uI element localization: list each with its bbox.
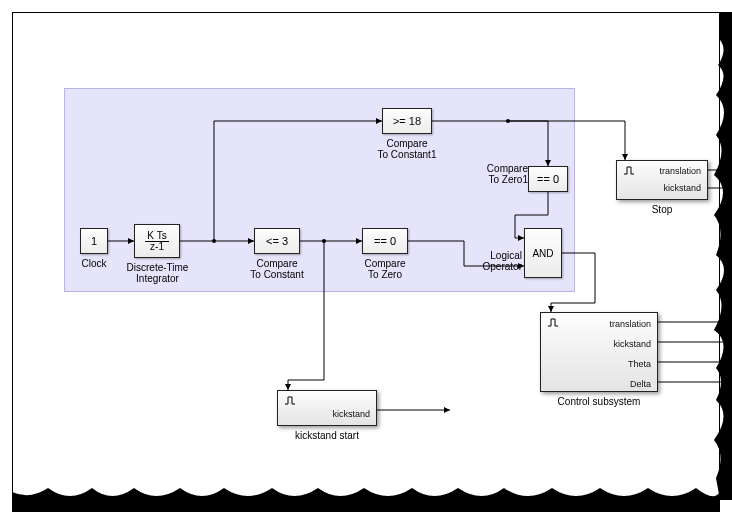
enable-icon [623, 165, 635, 175]
cmp-zero1-label: Compare To Zero1 [478, 163, 528, 185]
stop-port-kickstand: kickstand [663, 183, 701, 193]
compare-to-constant1-block[interactable]: >= 18 [382, 108, 432, 134]
kickstand-start-subsystem[interactable]: kickstand [277, 390, 377, 426]
kickstand-start-port: kickstand [332, 409, 370, 419]
compare-to-zero1-block[interactable]: == 0 [528, 166, 568, 192]
compare-to-zero-block[interactable]: == 0 [362, 228, 408, 254]
control-port-kickstand: kickstand [613, 339, 651, 349]
control-subsystem[interactable]: translation kickstand Theta Delta [540, 312, 658, 392]
logical-operator-block[interactable]: AND [524, 228, 562, 278]
control-label: Control subsystem [540, 396, 658, 407]
stop-subsystem[interactable]: translation kickstand [616, 160, 708, 200]
control-port-delta: Delta [630, 379, 651, 389]
logic-op-label: Logical Operator [478, 250, 522, 272]
clock-label: Clock [80, 258, 108, 269]
enable-icon [547, 317, 559, 327]
cmp-const1-label: Compare To Constant1 [372, 138, 442, 160]
cmp-const1-content: >= 18 [393, 115, 421, 127]
cmp-const-content: <= 3 [266, 235, 288, 247]
logic-op-content: AND [532, 248, 553, 259]
dti-fraction: K Ts z-1 [145, 230, 168, 252]
cmp-zero-content: == 0 [374, 235, 396, 247]
kickstand-start-label: kickstand start [277, 430, 377, 441]
discrete-time-integrator-block[interactable]: K Ts z-1 [134, 224, 180, 258]
cmp-zero-label: Compare To Zero [354, 258, 416, 280]
compare-to-constant-block[interactable]: <= 3 [254, 228, 300, 254]
cmp-const-label: Compare To Constant [244, 258, 310, 280]
enable-icon [284, 395, 296, 405]
diagram-canvas: 1 Clock K Ts z-1 Discrete-Time Integrato… [0, 0, 732, 512]
dti-label: Discrete-Time Integrator [120, 262, 195, 284]
control-port-translation: translation [609, 319, 651, 329]
cmp-zero1-content: == 0 [537, 173, 559, 185]
control-port-theta: Theta [628, 359, 651, 369]
stop-port-translation: translation [659, 166, 701, 176]
clock-content: 1 [91, 235, 97, 247]
stop-label: Stop [616, 204, 708, 215]
dti-den: z-1 [148, 241, 166, 252]
clock-block[interactable]: 1 [80, 228, 108, 254]
